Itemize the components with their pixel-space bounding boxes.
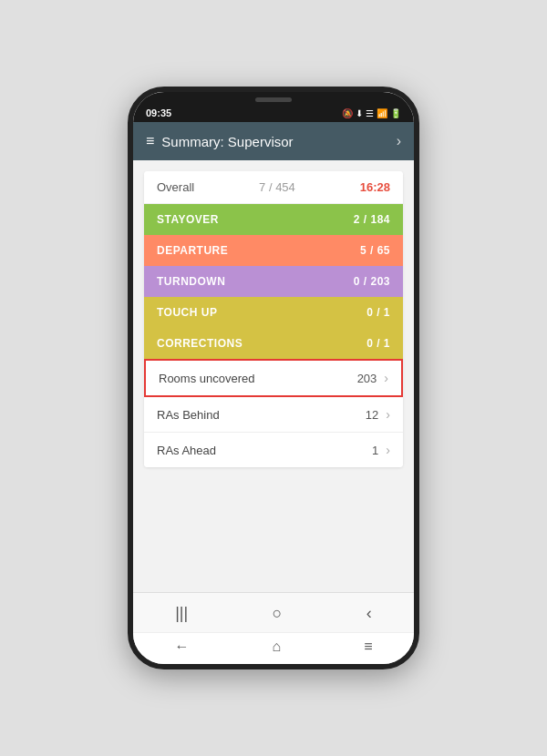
overall-count: 7 / 454 (259, 180, 295, 194)
battery-icon: 🔋 (390, 108, 401, 118)
rooms-uncovered-row[interactable]: Rooms uncovered 203 › (144, 359, 403, 397)
app-bar-chevron-icon[interactable]: › (397, 133, 401, 149)
rooms-uncovered-value: 203 (357, 372, 377, 385)
download-icon: ⬇ (356, 108, 363, 118)
ras-behind-row[interactable]: RAs Behind 12 › (144, 397, 403, 433)
corrections-value: 0 / 1 (366, 337, 390, 350)
ras-ahead-value: 1 (372, 444, 378, 457)
nav-bar: ||| ○ ‹ (133, 592, 414, 632)
rooms-uncovered-label: Rooms uncovered (159, 372, 255, 385)
ras-behind-value: 12 (366, 408, 378, 422)
bottom-home-icon[interactable]: ⌂ (272, 639, 281, 655)
signal-icon: 📶 (377, 108, 387, 118)
turndown-label: TURNDOWN (157, 275, 225, 288)
summary-card: Overall 7 / 454 16:28 STAYOVER 2 / 184 D… (144, 171, 403, 467)
turndown-value: 0 / 203 (354, 275, 390, 288)
ras-ahead-chevron-icon: › (386, 443, 390, 457)
nav-home-icon[interactable]: ○ (262, 600, 294, 627)
departure-value: 5 / 65 (360, 244, 390, 257)
app-bar: ≡ Summary: Supervisor › (133, 122, 414, 160)
ras-behind-label: RAs Behind (157, 408, 220, 422)
rooms-uncovered-chevron-icon: › (384, 371, 388, 385)
bottom-back-icon[interactable]: ← (174, 639, 189, 655)
nav-recent-icon[interactable]: ||| (164, 600, 199, 627)
ras-behind-chevron-icon: › (386, 407, 390, 422)
ras-ahead-label: RAs Ahead (157, 444, 216, 457)
corrections-row[interactable]: CORRECTIONS 0 / 1 (144, 328, 403, 359)
bottom-bar: ← ⌂ ≡ (133, 632, 414, 664)
rooms-uncovered-right: 203 › (357, 371, 388, 385)
stayover-row[interactable]: STAYOVER 2 / 184 (144, 204, 403, 235)
status-time: 09:35 (146, 107, 171, 118)
touchup-label: TOUCH UP (157, 306, 217, 319)
status-icons: 🔕 ⬇ ☰ 📶 🔋 (342, 108, 401, 118)
app-bar-left: ≡ Summary: Supervisor (146, 134, 294, 149)
stayover-label: STAYOVER (157, 213, 219, 226)
app-bar-title: Summary: Supervisor (161, 134, 293, 149)
overall-time: 16:28 (360, 180, 390, 194)
turndown-row[interactable]: TURNDOWN 0 / 203 (144, 266, 403, 297)
touchup-row[interactable]: TOUCH UP 0 / 1 (144, 297, 403, 328)
overall-label: Overall (157, 180, 194, 194)
notification-icon: ☰ (366, 108, 374, 118)
content-area: Overall 7 / 454 16:28 STAYOVER 2 / 184 D… (133, 160, 414, 592)
overall-row: Overall 7 / 454 16:28 (144, 171, 403, 204)
phone-notch (133, 92, 414, 106)
bottom-menu-icon[interactable]: ≡ (364, 639, 372, 655)
ras-behind-right: 12 › (366, 407, 390, 422)
departure-label: DEPARTURE (157, 244, 228, 257)
mute-icon: 🔕 (342, 108, 353, 118)
touchup-value: 0 / 1 (366, 306, 390, 319)
nav-back-icon[interactable]: ‹ (356, 600, 383, 627)
notch-pill (255, 97, 292, 102)
departure-row[interactable]: DEPARTURE 5 / 65 (144, 235, 403, 266)
corrections-label: CORRECTIONS (157, 337, 243, 350)
ras-ahead-right: 1 › (372, 443, 390, 457)
stayover-value: 2 / 184 (354, 213, 390, 226)
ras-ahead-row[interactable]: RAs Ahead 1 › (144, 433, 403, 467)
content-spacer (133, 467, 414, 592)
phone-shell: 09:35 🔕 ⬇ ☰ 📶 🔋 ≡ Summary: Supervisor › … (128, 87, 419, 669)
status-bar: 09:35 🔕 ⬇ ☰ 📶 🔋 (133, 106, 414, 122)
hamburger-icon[interactable]: ≡ (146, 134, 154, 148)
